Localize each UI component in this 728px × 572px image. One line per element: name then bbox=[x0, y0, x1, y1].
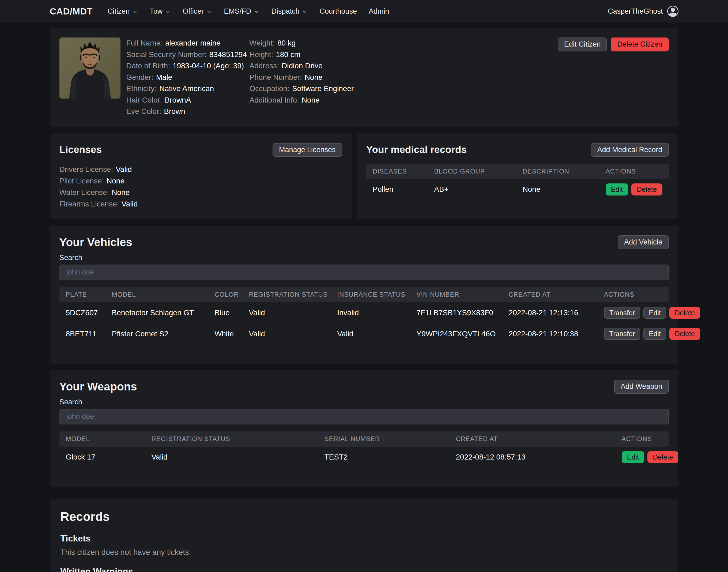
delete-vehicle-button[interactable]: Delete bbox=[669, 307, 700, 319]
cell-description: None bbox=[523, 185, 606, 194]
add-weapon-button[interactable]: Add Weapon bbox=[614, 380, 669, 394]
col-registration-status: REGISTRATION STATUS bbox=[152, 435, 324, 443]
nav-item-label: Tow bbox=[150, 7, 162, 15]
chevron-down-icon bbox=[165, 9, 171, 15]
cell-color: Blue bbox=[215, 308, 249, 317]
field-dob: Date of Birth:1983-04-10 (Age: 39) bbox=[126, 60, 244, 72]
cell-model: Pfister Comet S2 bbox=[112, 330, 215, 338]
records-title: Records bbox=[61, 509, 668, 524]
cell-plate: 5DCZ607 bbox=[66, 308, 112, 317]
license-drivers: Drivers License:Valid bbox=[60, 164, 342, 175]
licenses-title: Licenses bbox=[60, 144, 102, 155]
nav-item-label: Courthouse bbox=[319, 7, 357, 15]
cell-registration-status: Valid bbox=[249, 308, 337, 317]
cell-registration-status: Valid bbox=[249, 330, 337, 338]
delete-medical-record-button[interactable]: Delete bbox=[631, 184, 662, 196]
medical-title: Your medical records bbox=[366, 144, 467, 155]
nav-item-admin[interactable]: Admin bbox=[369, 7, 389, 15]
col-blood-group: BLOOD GROUP bbox=[434, 168, 523, 175]
delete-citizen-button[interactable]: Delete Citizen bbox=[611, 38, 668, 52]
field-address: Address:Didion Drive bbox=[249, 60, 552, 72]
add-medical-record-button[interactable]: Add Medical Record bbox=[591, 143, 668, 157]
vehicles-card: Your Vehicles Add Vehicle Search PLATE M… bbox=[50, 226, 678, 364]
vehicle-table-row: 5DCZ607 Benefactor Schlagen GT Blue Vali… bbox=[60, 302, 669, 324]
nav-item-tow[interactable]: Tow bbox=[150, 7, 171, 15]
license-firearms: Firearms License:Valid bbox=[60, 198, 342, 210]
col-actions: ACTIONS bbox=[604, 291, 662, 298]
nav-item-ems-fd[interactable]: EMS/FD bbox=[224, 7, 260, 15]
vehicle-table-row: 8BET711 Pfister Comet S2 White Valid Val… bbox=[60, 323, 669, 344]
field-phone: Phone Number:None bbox=[249, 72, 552, 83]
records-card: Records Tickets This citizen does not ha… bbox=[50, 499, 678, 572]
cell-actions: Transfer Edit Delete bbox=[604, 328, 701, 340]
weapons-table: MODEL REGISTRATION STATUS SERIAL NUMBER … bbox=[60, 431, 669, 468]
cell-actions: Transfer Edit Delete bbox=[604, 307, 701, 319]
cell-vin-number: 7F1LB7SB1YS9X83F0 bbox=[417, 308, 509, 317]
field-hair-color: Hair Color:BrownA bbox=[126, 94, 244, 106]
delete-vehicle-button[interactable]: Delete bbox=[669, 328, 700, 340]
cell-vin-number: Y9WPI243FXQVTL46O bbox=[417, 330, 509, 338]
vehicles-title: Your Vehicles bbox=[60, 236, 132, 249]
field-ssn: Social Security Number:834851294 bbox=[126, 49, 244, 61]
medical-records-card: Your medical records Add Medical Record … bbox=[357, 133, 678, 220]
nav-item-courthouse[interactable]: Courthouse bbox=[319, 7, 357, 15]
cell-created-at: 2022-08-21 12:13:16 bbox=[509, 308, 604, 317]
citizen-fields-right: Weight:80 kg Height:180 cm Address:Didio… bbox=[249, 38, 552, 117]
cell-created-at: 2022-08-12 08:57:13 bbox=[456, 453, 622, 461]
cell-model: Glock 17 bbox=[66, 453, 152, 461]
username: CasperTheGhost bbox=[608, 7, 663, 15]
chevron-down-icon bbox=[253, 9, 260, 15]
field-height: Height:180 cm bbox=[249, 49, 552, 61]
citizen-fields-left: Full Name:alexander maine Social Securit… bbox=[126, 38, 244, 117]
vehicles-search-label: Search bbox=[60, 254, 669, 262]
col-description: DESCRIPTION bbox=[523, 168, 606, 175]
col-model: MODEL bbox=[112, 291, 215, 298]
cell-serial-number: TEST2 bbox=[324, 453, 456, 461]
transfer-vehicle-button[interactable]: Transfer bbox=[604, 307, 641, 319]
cell-registration-status: Valid bbox=[152, 453, 324, 461]
edit-vehicle-button[interactable]: Edit bbox=[643, 328, 666, 340]
cell-actions: Edit Delete bbox=[606, 184, 662, 196]
medical-table-row: Pollen AB+ None Edit Delete bbox=[366, 179, 669, 200]
col-insurance-status: INSURANCE STATUS bbox=[337, 291, 417, 298]
field-ethnicity: Ethnicity:Native American bbox=[126, 83, 244, 94]
weapons-search-input[interactable] bbox=[60, 409, 669, 424]
manage-licenses-button[interactable]: Manage Licenses bbox=[273, 143, 342, 157]
cell-plate: 8BET711 bbox=[66, 330, 112, 338]
field-weight: Weight:80 kg bbox=[249, 38, 552, 49]
edit-weapon-button[interactable]: Edit bbox=[622, 451, 645, 463]
app-logo[interactable]: CAD/MDT bbox=[50, 6, 93, 17]
cell-actions: Edit Delete bbox=[622, 451, 678, 463]
transfer-vehicle-button[interactable]: Transfer bbox=[604, 328, 641, 340]
field-gender: Gender:Male bbox=[126, 72, 244, 83]
nav-menu: Citizen Tow Officer EMS/FD Dispatch Cour… bbox=[107, 7, 608, 15]
delete-weapon-button[interactable]: Delete bbox=[647, 451, 678, 463]
col-color: COLOR bbox=[215, 291, 249, 298]
nav-item-citizen[interactable]: Citizen bbox=[107, 7, 138, 15]
field-eye-color: Eye Color:Brown bbox=[126, 106, 244, 117]
weapons-title: Your Weapons bbox=[60, 380, 137, 393]
field-full-name: Full Name:alexander maine bbox=[126, 38, 244, 49]
weapons-card: Your Weapons Add Weapon Search MODEL REG… bbox=[50, 370, 678, 487]
nav-item-label: Citizen bbox=[107, 7, 130, 15]
col-diseases: DISEASES bbox=[373, 168, 434, 175]
nav-item-label: Officer bbox=[183, 7, 204, 15]
cell-diseases: Pollen bbox=[373, 185, 434, 194]
col-actions: ACTIONS bbox=[606, 168, 662, 175]
edit-citizen-button[interactable]: Edit Citizen bbox=[558, 38, 607, 52]
vehicles-search-input[interactable] bbox=[60, 265, 669, 280]
cell-blood-group: AB+ bbox=[434, 185, 523, 194]
license-pilot: Pilot License:None bbox=[60, 175, 342, 187]
license-water: Water License:None bbox=[60, 187, 342, 198]
medical-table-header: DISEASES BLOOD GROUP DESCRIPTION ACTIONS bbox=[366, 164, 669, 179]
edit-medical-record-button[interactable]: Edit bbox=[606, 184, 629, 196]
col-registration-status: REGISTRATION STATUS bbox=[249, 291, 337, 298]
add-vehicle-button[interactable]: Add Vehicle bbox=[618, 235, 669, 249]
user-menu[interactable]: CasperTheGhost bbox=[608, 6, 678, 17]
chevron-down-icon bbox=[302, 9, 308, 15]
nav-item-officer[interactable]: Officer bbox=[183, 7, 212, 15]
nav-item-dispatch[interactable]: Dispatch bbox=[271, 7, 308, 15]
edit-vehicle-button[interactable]: Edit bbox=[643, 307, 666, 319]
tickets-title: Tickets bbox=[61, 533, 668, 544]
weapon-table-row: Glock 17 Valid TEST2 2022-08-12 08:57:13… bbox=[60, 447, 669, 468]
